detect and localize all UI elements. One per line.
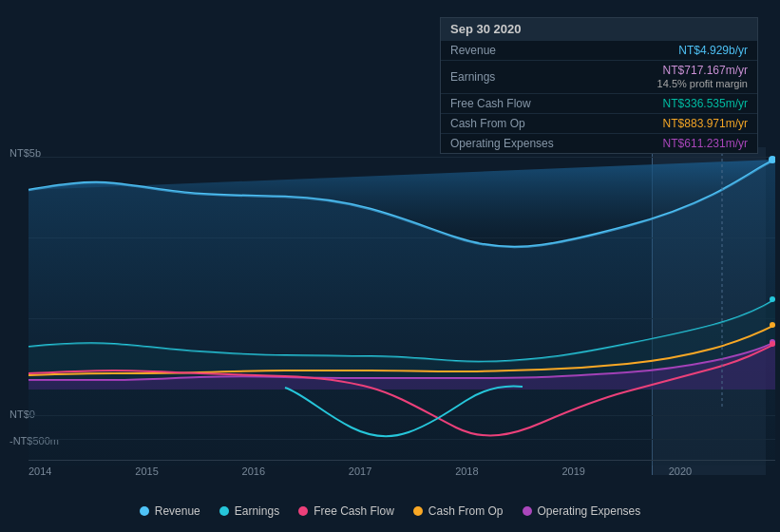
legend-item-revenue[interactable]: Revenue	[140, 504, 200, 518]
tooltip-earnings-row: Earnings NT$717.167m/yr 14.5% profit mar…	[441, 60, 757, 93]
tooltip-cash-op-row: Cash From Op NT$883.971m/yr	[441, 113, 757, 133]
tooltip-panel: Sep 30 2020 Revenue NT$4.929b/yr Earning…	[440, 17, 758, 154]
legend-item-free-cf[interactable]: Free Cash Flow	[298, 504, 394, 518]
tooltip-cash-op-value: NT$883.971m/yr	[663, 117, 748, 130]
legend-item-op-exp[interactable]: Operating Expenses	[523, 504, 641, 518]
tooltip-revenue-value: NT$4.929b/yr	[678, 44, 748, 57]
earnings-endpoint	[770, 296, 775, 302]
x-label-2019: 2019	[561, 466, 584, 477]
cash-op-endpoint	[770, 322, 775, 328]
legend-dot-free-cf	[298, 506, 308, 516]
legend-item-earnings[interactable]: Earnings	[219, 504, 279, 518]
tooltip-free-cf-value: NT$336.535m/yr	[663, 97, 748, 110]
x-label-2014: 2014	[29, 466, 51, 477]
x-label-2020: 2020	[669, 466, 692, 477]
tooltip-revenue-row: Revenue NT$4.929b/yr	[441, 40, 757, 60]
chart-legend: Revenue Earnings Free Cash Flow Cash Fro…	[0, 504, 780, 518]
x-axis: 2014 2015 2016 2017 2018 2019 2020	[29, 460, 775, 477]
tooltip-free-cf-row: Free Cash Flow NT$336.535m/yr	[441, 93, 757, 113]
tooltip-free-cf-label: Free Cash Flow	[450, 97, 531, 110]
tooltip-op-exp-row: Operating Expenses NT$611.231m/yr	[441, 133, 757, 153]
legend-dot-cash-op	[413, 506, 423, 516]
free-cf-endpoint	[770, 341, 775, 347]
legend-dot-revenue	[140, 506, 149, 516]
tooltip-earnings-value: NT$717.167m/yr 14.5% profit margin	[657, 64, 748, 90]
tooltip-cash-op-label: Cash From Op	[450, 117, 525, 130]
tooltip-earnings-label: Earnings	[450, 70, 495, 84]
tooltip-op-exp-label: Operating Expenses	[450, 137, 554, 150]
x-label-2015: 2015	[135, 466, 158, 477]
legend-dot-earnings	[219, 506, 229, 516]
tooltip-revenue-label: Revenue	[450, 44, 496, 57]
legend-dot-op-exp	[523, 506, 532, 516]
legend-label-op-exp: Operating Expenses	[538, 504, 641, 518]
legend-item-cash-op[interactable]: Cash From Op	[413, 504, 504, 518]
x-label-2017: 2017	[349, 466, 371, 477]
tooltip-op-exp-value: NT$611.231m/yr	[663, 137, 748, 150]
legend-label-free-cf: Free Cash Flow	[314, 504, 394, 518]
legend-label-earnings: Earnings	[235, 504, 279, 518]
x-label-2016: 2016	[242, 466, 265, 477]
legend-label-revenue: Revenue	[155, 504, 200, 518]
x-label-2018: 2018	[455, 466, 478, 477]
legend-label-cash-op: Cash From Op	[428, 504, 504, 518]
tooltip-date: Sep 30 2020	[441, 18, 757, 40]
